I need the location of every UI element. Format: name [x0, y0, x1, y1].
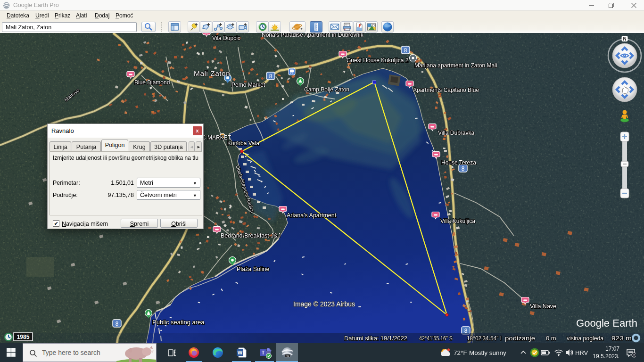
svg-text:Guest House Kukuljica 2: Guest House Kukuljica 2 [347, 57, 409, 64]
svg-text:Google Earth: Google Earth [576, 317, 637, 329]
svg-text:1985: 1985 [17, 334, 30, 340]
svg-text:923 m: 923 m [611, 335, 632, 342]
svg-text:Image © 2023 Airbus: Image © 2023 Airbus [293, 300, 355, 308]
svg-text:18°02'34.54" I: 18°02'34.54" I [467, 335, 502, 342]
svg-text:Villa Kukuljica: Villa Kukuljica [440, 218, 475, 224]
svg-text:8: 8 [462, 165, 465, 172]
svg-text:Villa Dubravka: Villa Dubravka [438, 130, 474, 136]
svg-text:Camp Polje Zaton: Camp Polje Zaton [304, 86, 349, 93]
svg-text:Public seating area: Public seating area [152, 319, 205, 326]
svg-text:8: 8 [404, 47, 407, 54]
svg-text:Vila Dupcic: Vila Dupcic [212, 35, 240, 41]
svg-text:N: N [623, 36, 626, 41]
svg-text:Pemo Market: Pemo Market [231, 82, 265, 88]
svg-text:W: W [238, 350, 243, 355]
svg-text:podizanje: podizanje [505, 335, 535, 342]
svg-text:Datumi slika: 19/1/2022: Datumi slika: 19/1/2022 [344, 335, 407, 342]
svg-text:0 m: 0 m [546, 335, 556, 342]
svg-text:House Tereza: House Tereza [441, 159, 476, 166]
svg-text:Blue Diamond: Blue Diamond [134, 79, 170, 86]
svg-text:42°41'55.16" S: 42°41'55.16" S [419, 335, 453, 342]
svg-text:2: 2 [633, 353, 635, 357]
svg-text:T: T [262, 350, 264, 355]
svg-text:Villa Nave: Villa Nave [530, 303, 556, 310]
svg-text:Mali Zaton: Mali Zaton [194, 69, 230, 77]
svg-text:Nona's Paradise Apartment in D: Nona's Paradise Apartment in Dubrovnik [262, 33, 364, 38]
svg-text:Pro: Pro [286, 355, 289, 357]
svg-text:Marijana apartment in Zaton Ma: Marijana apartment in Zaton Mali [414, 62, 497, 69]
svg-text:Konoba Vala: Konoba Vala [227, 140, 259, 147]
svg-text:Apartments Capitano Blue: Apartments Capitano Blue [413, 87, 479, 93]
svg-text:Bed and Breakfast J&J: Bed and Breakfast J&J [221, 232, 281, 239]
svg-text:Plaža Soline: Plaža Soline [237, 266, 270, 272]
svg-text:visina pogleda: visina pogleda [567, 335, 604, 342]
svg-text:8: 8 [269, 73, 272, 80]
svg-text:8: 8 [116, 321, 119, 327]
svg-text:Ariana's Apartment: Ariana's Apartment [287, 212, 337, 219]
